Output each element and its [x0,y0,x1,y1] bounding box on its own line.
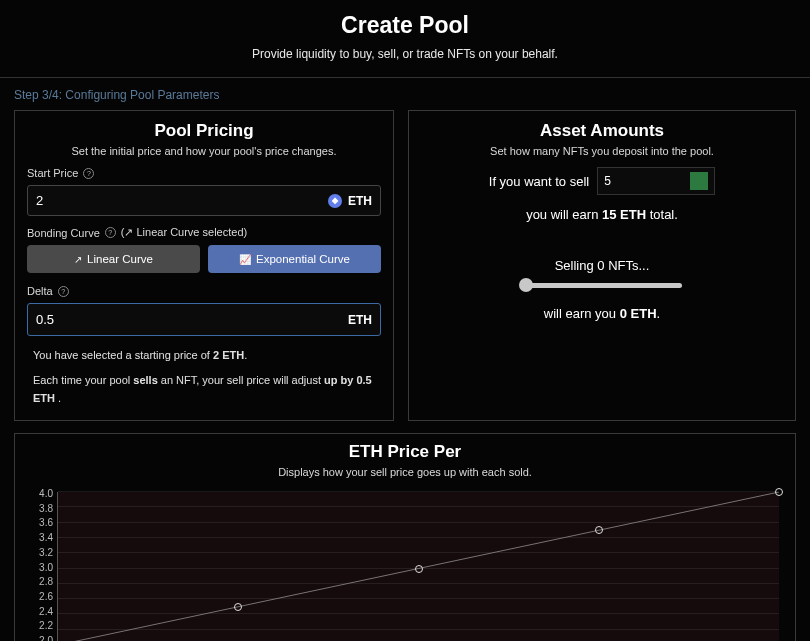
delta-label: Delta ? [27,285,381,297]
slider-track [522,283,682,288]
exponential-curve-label: Exponential Curve [256,253,350,265]
delta-label-text: Delta [27,285,53,297]
earn-text: total. [646,207,678,222]
info-icon[interactable]: ? [105,227,116,238]
start-price-label: Start Price ? [27,167,381,179]
sell-prefix: If you want to sell [489,174,589,189]
chart-point [595,526,603,534]
nft-thumbnail-icon [690,172,708,190]
chart-point [234,603,242,611]
slider-thumb[interactable] [519,278,533,292]
nft-count-slider[interactable] [522,283,682,288]
bonding-selected-text: (↗ Linear Curve selected) [121,226,247,239]
exponential-curve-button[interactable]: 📈 Exponential Curve [208,245,381,273]
page-subtitle: Provide liquidity to buy, sell, or trade… [0,47,810,61]
linear-icon: ↗ [74,254,82,265]
start-price-label-text: Start Price [27,167,78,179]
step-indicator: Step 3/4: Configuring Pool Parameters [0,78,810,110]
info-icon[interactable]: ? [58,286,69,297]
pool-pricing-title: Pool Pricing [27,121,381,141]
delta-field[interactable]: ETH [27,303,381,336]
sell-amount-field[interactable] [597,167,715,195]
bonding-curve-label: Bonding Curve ? (↗ Linear Curve selected… [27,226,381,239]
delta-input[interactable] [36,312,348,327]
start-price-field[interactable]: ◆ ETH [27,185,381,216]
chart-area: 4.03.83.63.43.23.02.82.62.42.22.0 12345 [27,488,783,641]
y-axis-labels: 4.03.83.63.43.23.02.82.62.42.22.0 [27,488,53,641]
earn-total: you will earn 15 ETH total. [421,207,783,222]
eth-icon: ◆ [328,194,342,208]
chart-plot [57,492,779,641]
bonding-label-text: Bonding Curve [27,227,100,239]
selling-count: Selling 0 NFTs... [421,258,783,273]
desc-text: . [244,349,247,361]
page-title: Create Pool [0,12,810,39]
asset-amounts-panel: Asset Amounts Set how many NFTs you depo… [408,110,796,421]
desc-text: Each time your pool [33,374,133,386]
earn-projection: will earn you 0 ETH. [421,306,783,321]
desc-action: sells [133,374,157,386]
chart-point [415,565,423,573]
info-icon[interactable]: ? [83,168,94,179]
earn2-amount: 0 ETH [620,306,657,321]
asset-amounts-subtitle: Set how many NFTs you deposit into the p… [421,145,783,157]
desc-price: 2 ETH [213,349,244,361]
desc-text: . [58,392,61,404]
chart-subtitle: Displays how your sell price goes up wit… [15,466,795,478]
price-chart-panel: ETH Price Per Displays how your sell pri… [14,433,796,641]
earn-text: you will earn [526,207,602,222]
chart-point [775,488,783,496]
chart-title: ETH Price Per [15,442,795,462]
pricing-description: You have selected a starting price of 2 … [27,346,381,408]
pool-pricing-panel: Pool Pricing Set the initial price and h… [14,110,394,421]
start-price-input[interactable] [36,193,328,208]
desc-text: an NFT, your sell price will adjust [158,374,324,386]
eth-label: ETH [348,313,372,327]
linear-curve-button[interactable]: ↗ Linear Curve [27,245,200,273]
earn2-text: . [657,306,661,321]
desc-text: You have selected a starting price of [33,349,213,361]
earn2-text: will earn you [544,306,620,321]
linear-curve-label: Linear Curve [87,253,153,265]
exponential-icon: 📈 [239,254,251,265]
earn-amount: 15 ETH [602,207,646,222]
sell-amount-input[interactable] [604,174,664,188]
asset-amounts-title: Asset Amounts [421,121,783,141]
pool-pricing-subtitle: Set the initial price and how your pool'… [27,145,381,157]
eth-label: ETH [348,194,372,208]
